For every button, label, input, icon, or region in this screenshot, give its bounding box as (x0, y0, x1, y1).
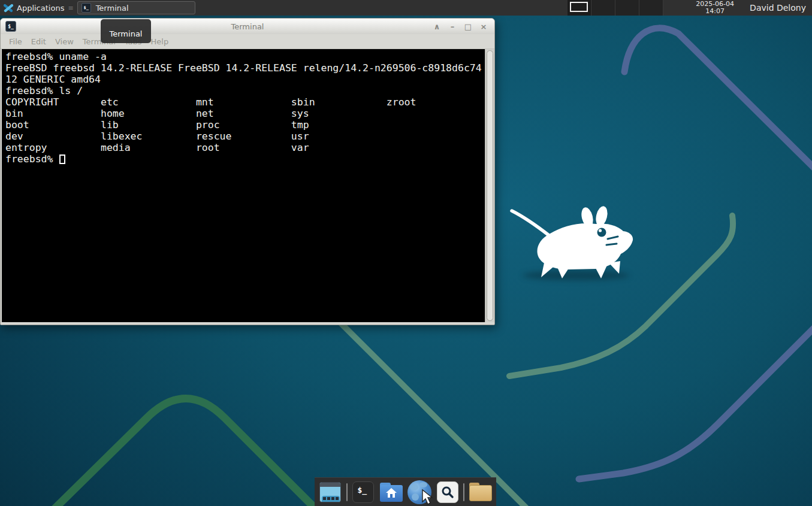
dock-web-browser-button[interactable] (407, 480, 431, 504)
applications-label: Applications (17, 4, 64, 13)
workspace-switcher[interactable] (568, 0, 663, 16)
mouse-pointer-icon (421, 489, 434, 505)
workspace-2[interactable] (591, 0, 615, 16)
search-icon (437, 481, 458, 503)
terminal-line: FreeBSD freebsd 14.2-RELEASE FreeBSD 14.… (5, 62, 485, 74)
menubar: File Edit View Terminal Tabs Help (1, 34, 494, 49)
terminal-line: 12 GENERIC amd64 (5, 74, 485, 85)
terminal-line: entropy media root var (5, 142, 485, 153)
taskbar-terminal-button[interactable]: $_ Terminal (77, 1, 195, 14)
terminal-line: dev libexec rescue usr (5, 131, 485, 142)
terminal-icon: $_ (81, 3, 91, 13)
workspace-1[interactable] (568, 0, 591, 16)
terminal-line: boot lib proc tmp (5, 119, 485, 131)
show-desktop-button[interactable] (318, 480, 342, 504)
folder-icon (469, 483, 492, 501)
terminal-icon: $_ (352, 481, 374, 503)
terminal-line: freebsd% ls / (5, 85, 485, 96)
minimize-button[interactable]: – (448, 22, 457, 31)
scrollbar-thumb[interactable] (487, 50, 493, 321)
terminal-tooltip: Terminal (101, 19, 151, 43)
menu-file[interactable]: File (9, 37, 22, 46)
shade-button[interactable]: ∧ (432, 22, 442, 31)
home-folder-icon (380, 483, 403, 502)
xfce-logo-icon (4, 3, 13, 13)
terminal-line: COPYRIGHT etc mnt sbin zroot (5, 96, 485, 108)
titlebar[interactable]: $_ Terminal ∧ – □ × (1, 19, 494, 34)
taskbar-terminal-label: Terminal (96, 4, 129, 13)
terminal-line: bin home net sys (5, 108, 485, 119)
maximize-button[interactable]: □ (463, 22, 473, 31)
terminal-output[interactable]: freebsd% uname -a FreeBSD freebsd 14.2-R… (2, 49, 485, 322)
window-title: Terminal (1, 22, 494, 31)
clock-time: 14:07 (687, 8, 742, 15)
scrollbar[interactable] (485, 49, 494, 322)
workspace-4[interactable] (639, 0, 663, 16)
terminal-prompt-line: freebsd% (5, 153, 485, 165)
menu-view[interactable]: View (55, 37, 74, 46)
close-button[interactable]: × (479, 22, 488, 31)
menu-help[interactable]: Help (151, 37, 169, 46)
dock: $_ (315, 477, 496, 506)
tooltip-text: Terminal (110, 29, 143, 38)
applications-menu-button[interactable]: Applications (0, 0, 68, 16)
terminal-window: $_ Terminal ∧ – □ × File Edit View Termi… (0, 18, 495, 325)
dock-folder-button[interactable] (469, 480, 493, 504)
window-terminal-icon: $_ (5, 21, 16, 32)
panel-clock[interactable]: 2025-06-04 14:07 (687, 1, 742, 15)
terminal-cursor (59, 154, 65, 164)
user-menu[interactable]: David Delony (750, 3, 806, 13)
top-panel: Applications ≡ $_ Terminal 2025-06-04 14… (0, 0, 812, 16)
workspace-3[interactable] (615, 0, 639, 16)
dock-file-manager-button[interactable] (379, 480, 403, 504)
dock-separator (463, 483, 464, 501)
menu-edit[interactable]: Edit (31, 37, 46, 46)
xfce-mouse-logo-icon (507, 201, 646, 293)
show-desktop-icon (319, 482, 341, 502)
dock-app-finder-button[interactable] (436, 480, 460, 504)
dock-separator (346, 483, 348, 501)
terminal-line: freebsd% uname -a (5, 51, 485, 62)
panel-drag-handle[interactable]: ≡ (68, 4, 73, 12)
dock-terminal-button[interactable]: $_ (352, 480, 376, 504)
